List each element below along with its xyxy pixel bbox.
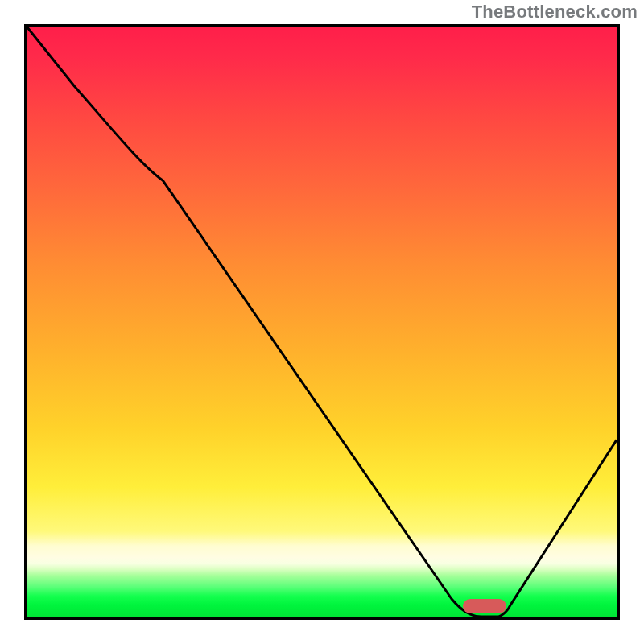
watermark-label: TheBottleneck.com — [472, 2, 638, 23]
trough-marker — [463, 599, 506, 613]
plot-box — [24, 24, 620, 620]
gradient-background — [27, 27, 617, 617]
chart-root: TheBottleneck.com — [0, 0, 644, 644]
